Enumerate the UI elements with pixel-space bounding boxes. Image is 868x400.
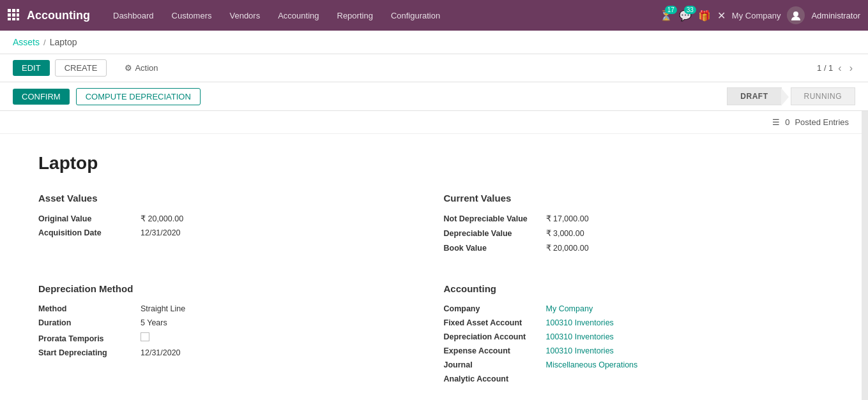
current-values-title: Current Values — [444, 193, 824, 204]
gear-icon: ⚙ — [125, 63, 132, 73]
not-depreciable-row: Not Depreciable Value ₹ 17,000.00 — [444, 214, 824, 223]
method-row: Method Straight Line — [38, 304, 418, 313]
journal-row: Journal Miscellaneous Operations — [444, 360, 824, 369]
list-icon: ☰ — [772, 117, 780, 127]
start-depreciating-label: Start Depreciating — [38, 348, 141, 357]
prorata-label: Prorata Temporis — [38, 334, 141, 343]
analytic-account-label: Analytic Account — [444, 374, 546, 383]
fixed-asset-account-value[interactable]: 100310 Inventories — [546, 318, 614, 327]
start-depreciating-row: Start Depreciating 12/31/2020 — [38, 348, 418, 357]
depreciation-method-section: Depreciation Method Method Straight Line… — [38, 283, 418, 389]
nav-dashboard[interactable]: Dashboard — [105, 7, 162, 24]
scrollbar-track — [862, 111, 868, 400]
main-content: ☰ 0 Posted Entries Laptop Asset Values O… — [0, 111, 862, 400]
company-value[interactable]: My Company — [546, 304, 593, 313]
breadcrumb-separator: / — [43, 38, 46, 47]
svg-rect-6 — [8, 18, 11, 20]
app-brand: Accounting — [27, 9, 90, 22]
depreciable-label: Depreciable Value — [444, 229, 546, 238]
fixed-asset-account-row: Fixed Asset Account 100310 Inventories — [444, 318, 824, 327]
duration-row: Duration 5 Years — [38, 318, 418, 327]
prorata-checkbox[interactable] — [141, 332, 149, 341]
form-columns: Asset Values Original Value ₹ 20,000.00 … — [38, 193, 823, 389]
chat-icon-btn[interactable]: 💬 33 — [679, 10, 692, 22]
workflow-steps: DRAFT RUNNING — [727, 87, 855, 105]
accounting-section: Accounting Company My Company Fixed Asse… — [444, 283, 824, 389]
duration-value: 5 Years — [141, 318, 167, 327]
nav-menu: Dashboard Customers Vendors Accounting R… — [105, 7, 660, 24]
document-body: Laptop Asset Values Original Value ₹ 20,… — [0, 134, 862, 400]
svg-rect-8 — [17, 18, 19, 20]
depreciation-account-label: Depreciation Account — [444, 332, 546, 341]
username: Administrator — [811, 11, 860, 20]
chat-badge: 33 — [684, 6, 696, 14]
nav-accounting[interactable]: Accounting — [270, 7, 326, 24]
depreciation-method-title: Depreciation Method — [38, 283, 418, 294]
posted-entries-label: Posted Entries — [795, 117, 849, 127]
acquisition-date-label: Acquisition Date — [38, 228, 141, 237]
breadcrumb-bar: Assets / Laptop — [0, 31, 868, 54]
journal-label: Journal — [444, 360, 546, 369]
next-arrow[interactable]: › — [847, 61, 855, 75]
company-row: Company My Company — [444, 304, 824, 313]
method-label: Method — [38, 304, 141, 313]
grid-icon[interactable] — [8, 9, 19, 22]
svg-rect-5 — [17, 13, 19, 17]
svg-rect-4 — [12, 13, 15, 17]
navbar: Accounting Dashboard Customers Vendors A… — [0, 0, 868, 31]
not-depreciable-label: Not Depreciable Value — [444, 214, 546, 223]
original-value-label: Original Value — [38, 214, 141, 223]
journal-value[interactable]: Miscellaneous Operations — [546, 360, 638, 369]
breadcrumb-parent[interactable]: Assets — [13, 37, 40, 47]
prev-arrow[interactable]: ‹ — [835, 61, 844, 75]
fixed-asset-account-label: Fixed Asset Account — [444, 318, 546, 327]
depreciable-row: Depreciable Value ₹ 3,000.00 — [444, 228, 824, 238]
pagination-text: 1 / 1 — [817, 63, 833, 73]
book-value-row: Book Value ₹ 20,000.00 — [444, 243, 824, 253]
accounting-title: Accounting — [444, 283, 824, 294]
expense-account-row: Expense Account 100310 Inventories — [444, 346, 824, 355]
step-draft: DRAFT — [727, 87, 781, 105]
create-button[interactable]: CREATE — [55, 59, 107, 77]
expense-account-value[interactable]: 100310 Inventories — [546, 346, 614, 355]
nav-configuration[interactable]: Configuration — [383, 7, 448, 24]
original-value: ₹ 20,000.00 — [141, 214, 183, 223]
nav-vendors[interactable]: Vendors — [222, 7, 268, 24]
svg-point-9 — [793, 11, 798, 17]
depreciation-account-value[interactable]: 100310 Inventories — [546, 332, 614, 341]
svg-rect-1 — [12, 9, 15, 12]
depreciable-value: ₹ 3,000.00 — [546, 228, 584, 238]
asset-values-title: Asset Values — [38, 193, 418, 204]
action-menu[interactable]: ⚙ Action — [125, 63, 158, 73]
edit-button[interactable]: EDIT — [13, 60, 50, 76]
asset-title: Laptop — [38, 153, 823, 174]
nav-reporting[interactable]: Reporting — [330, 7, 381, 24]
navbar-right: ⏳ 17 💬 33 🎁 ✕ My Company Administrator — [660, 6, 860, 24]
svg-rect-7 — [12, 18, 15, 20]
confirm-button[interactable]: CONFIRM — [13, 89, 70, 105]
company-name: My Company — [732, 11, 781, 20]
nav-customers[interactable]: Customers — [164, 7, 220, 24]
content-wrapper: ☰ 0 Posted Entries Laptop Asset Values O… — [0, 111, 868, 400]
current-values-section: Current Values Not Depreciable Value ₹ 1… — [444, 193, 824, 258]
depreciation-account-row: Depreciation Account 100310 Inventories — [444, 332, 824, 341]
posted-entries-button[interactable]: ☰ 0 Posted Entries — [772, 117, 849, 127]
original-value-row: Original Value ₹ 20,000.00 — [38, 214, 418, 223]
close-icon-btn[interactable]: ✕ — [717, 10, 726, 22]
book-value-label: Book Value — [444, 244, 546, 253]
document-container: ☰ 0 Posted Entries Laptop Asset Values O… — [0, 111, 862, 400]
acquisition-date: 12/31/2020 — [141, 228, 181, 237]
step-running: RUNNING — [791, 87, 856, 105]
compute-depreciation-button[interactable]: COMPUTE DEPRECIATION — [76, 88, 201, 105]
expense-account-label: Expense Account — [444, 346, 546, 355]
acquisition-date-row: Acquisition Date 12/31/2020 — [38, 228, 418, 237]
book-value: ₹ 20,000.00 — [546, 243, 589, 253]
clock-badge: 17 — [665, 6, 677, 14]
not-depreciable-value: ₹ 17,000.00 — [546, 214, 589, 223]
duration-label: Duration — [38, 318, 141, 327]
clock-icon-btn[interactable]: ⏳ 17 — [660, 10, 673, 22]
gift-icon-btn[interactable]: 🎁 — [698, 10, 711, 22]
avatar — [787, 6, 805, 24]
status-bar: CONFIRM COMPUTE DEPRECIATION DRAFT RUNNI… — [0, 82, 868, 111]
action-label: Action — [135, 63, 158, 73]
